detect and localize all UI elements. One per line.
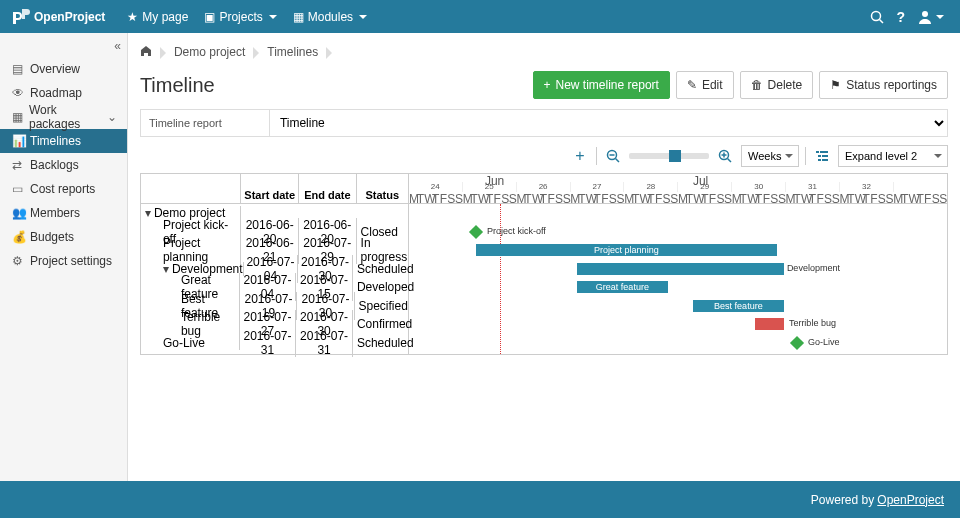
modules-icon: ▦ [293, 10, 304, 24]
trash-icon: 🗑 [751, 78, 763, 92]
star-icon: ★ [127, 10, 138, 24]
new-timeline-button[interactable]: +New timeline report [533, 71, 670, 99]
edit-button[interactable]: ✎Edit [676, 71, 734, 99]
gantt-bar[interactable]: Great feature [577, 281, 668, 293]
gantt-table: Start date End date Status ▾Demo project… [141, 174, 409, 354]
svg-point-0 [872, 11, 881, 20]
svg-line-5 [616, 159, 620, 163]
sidebar-item-overview[interactable]: ▤Overview [0, 57, 127, 81]
gantt-bar[interactable]: Best feature [693, 300, 784, 312]
breadcrumb-item[interactable]: Demo project [166, 45, 259, 59]
page-title: Timeline [140, 74, 215, 97]
cost-icon: ▭ [12, 182, 30, 196]
sidebar-item-budgets[interactable]: 💰Budgets [0, 225, 127, 249]
bar-label: Go-Live [808, 337, 840, 347]
sidebar-item-backlogs[interactable]: ⇄Backlogs [0, 153, 127, 177]
search-icon[interactable] [870, 10, 884, 24]
svg-line-9 [728, 159, 732, 163]
chevron-down-icon [269, 15, 277, 19]
sidebar-item-project-settings[interactable]: ⚙Project settings [0, 249, 127, 273]
sidebar-item-work-packages[interactable]: ▦Work packages⌄ [0, 105, 127, 129]
gantt-row: Development [409, 260, 947, 279]
zoom-out-icon[interactable] [603, 146, 623, 166]
nav-modules[interactable]: ▦Modules [293, 10, 367, 24]
budgets-icon: 💰 [12, 230, 30, 244]
overview-icon: ▤ [12, 62, 30, 76]
gantt-bar[interactable]: Project planning [476, 244, 777, 256]
user-menu[interactable] [917, 9, 944, 25]
gantt-row [409, 204, 947, 223]
footer: Powered by OpenProject [0, 481, 960, 518]
breadcrumb: Demo project Timelines [140, 39, 948, 65]
chevron-down-icon: ⌄ [107, 110, 117, 124]
svg-rect-10 [816, 151, 819, 153]
sidebar-collapse[interactable]: « [114, 39, 121, 53]
expand-select[interactable]: Expand level 2 [838, 145, 948, 167]
report-select[interactable]: Timeline [269, 110, 947, 136]
gantt-row: Project kick-off [409, 223, 947, 242]
work-icon: ▦ [12, 110, 29, 124]
sidebar-item-timelines[interactable]: 📊Timelines [0, 129, 127, 153]
gantt-row: Great feature [409, 278, 947, 297]
timelines-icon: 📊 [12, 134, 30, 148]
bar-label: Terrible bug [789, 318, 836, 328]
gantt-bar[interactable] [577, 263, 784, 275]
gantt-chart: Start date End date Status ▾Demo project… [140, 173, 948, 355]
sidebar-item-members[interactable]: 👥Members [0, 201, 127, 225]
table-header: Start date End date Status [141, 174, 408, 204]
zoom-slider[interactable] [629, 153, 709, 159]
backlogs-icon: ⇄ [12, 158, 30, 172]
gantt-row: Project planning [409, 241, 947, 260]
settings-icon: ⚙ [12, 254, 30, 268]
svg-rect-12 [818, 155, 821, 157]
help-icon[interactable]: ? [896, 9, 905, 25]
delete-button[interactable]: 🗑Delete [740, 71, 814, 99]
col-start: Start date [241, 174, 299, 203]
roadmap-icon: 👁 [12, 86, 30, 100]
svg-point-2 [922, 11, 928, 17]
gantt-row: Terrible bug [409, 315, 947, 334]
gantt-row: Best feature [409, 297, 947, 316]
scale-select[interactable]: Weeks [741, 145, 799, 167]
col-status: Status [357, 174, 408, 203]
bar-label: Development [787, 263, 840, 273]
slider-thumb[interactable] [669, 150, 681, 162]
zoom-in-icon[interactable] [715, 146, 735, 166]
gantt-toolbar: + Weeks Expand level 2 [140, 145, 948, 167]
svg-rect-11 [820, 151, 828, 153]
status-reportings-button[interactable]: ⚑Status reportings [819, 71, 948, 99]
table-row[interactable]: Go-Live2016-07-312016-07-31Scheduled [141, 334, 408, 353]
report-selector-row: Timeline report Timeline [140, 109, 948, 137]
svg-line-1 [880, 19, 884, 23]
breadcrumb-item[interactable]: Timelines [259, 45, 332, 59]
report-label: Timeline report [141, 111, 269, 135]
plus-icon: + [544, 78, 551, 92]
brand-logo[interactable]: OpenProject [10, 9, 105, 25]
gantt-bar[interactable] [755, 318, 784, 330]
brand-text: OpenProject [34, 10, 105, 24]
bar-label: Project kick-off [487, 226, 546, 236]
nav-projects[interactable]: ▣Projects [204, 10, 276, 24]
sidebar: « ▤Overview👁Roadmap▦Work packages⌄📊Timel… [0, 33, 128, 481]
svg-rect-13 [822, 155, 828, 157]
sidebar-item-cost-reports[interactable]: ▭Cost reports [0, 177, 127, 201]
projects-icon: ▣ [204, 10, 215, 24]
top-bar: OpenProject ★My page ▣Projects ▦Modules … [0, 0, 960, 33]
sidebar-item-roadmap[interactable]: 👁Roadmap [0, 81, 127, 105]
members-icon: 👥 [12, 206, 30, 220]
milestone-marker[interactable] [790, 335, 804, 349]
nav-mypage[interactable]: ★My page [127, 10, 188, 24]
svg-rect-15 [822, 159, 828, 161]
col-end: End date [299, 174, 357, 203]
svg-rect-14 [818, 159, 821, 161]
gantt-row: Go-Live [409, 334, 947, 353]
gantt-timeline[interactable]: JunJul 242526272829303132 MTWTFSSMTWTFSS… [409, 174, 947, 354]
footer-link[interactable]: OpenProject [877, 493, 944, 507]
add-icon[interactable]: + [570, 146, 590, 166]
chevron-down-icon [936, 15, 944, 19]
pencil-icon: ✎ [687, 78, 697, 92]
milestone-marker[interactable] [469, 224, 483, 238]
flag-icon: ⚑ [830, 78, 841, 92]
breadcrumb-home[interactable] [140, 45, 166, 60]
outline-icon[interactable] [812, 146, 832, 166]
